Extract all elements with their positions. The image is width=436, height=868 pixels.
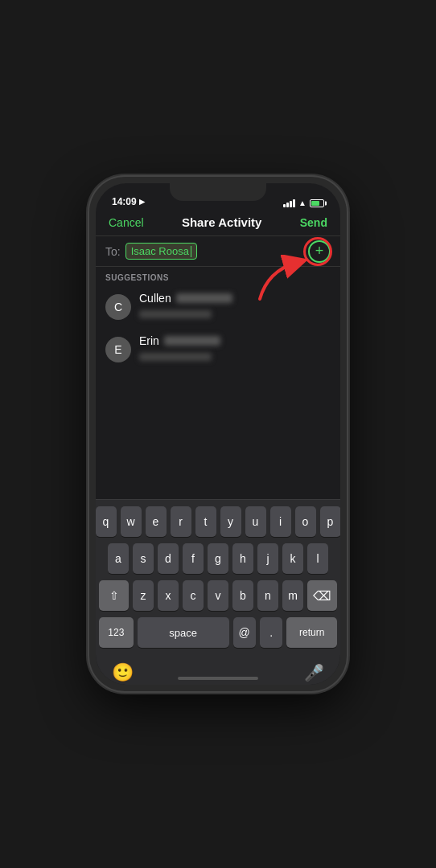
to-label: To: [105,245,121,258]
at-key[interactable]: @ [233,617,256,648]
key-n[interactable]: n [257,580,278,611]
suggestion-info-erin: Erin [139,334,220,364]
suggestion-item-cullen[interactable]: C Cullen [96,285,340,328]
key-m[interactable]: m [282,580,303,611]
blurred-surname-cullen [176,293,232,303]
keyboard-row-3: ⇧ z x c v b n m ⌫ [99,580,337,611]
keyboard: q w e r t y u i o p a s d f g h j [96,499,340,657]
keyboard-row-4: 123 space @ . return [99,617,337,648]
nav-bar: Cancel Share Activity Send [96,211,340,236]
key-u[interactable]: u [245,506,266,537]
bottom-bar: 🙂 🎤 [96,657,340,685]
recipient-chip: Isaac Roosa [125,243,198,260]
keyboard-row-2: a s d f g h j k l [99,543,337,574]
key-w[interactable]: w [121,506,142,537]
add-recipient-button[interactable]: + [308,240,331,263]
suggestion-sub-cullen [139,307,232,321]
emoji-button[interactable]: 🙂 [112,662,134,683]
key-h[interactable]: h [232,543,253,574]
suggestions-label: SUGGESTIONS [96,267,340,285]
key-k[interactable]: k [282,543,303,574]
key-p[interactable]: p [320,506,341,537]
suggestions-section: SUGGESTIONS C Cullen E Erin [96,267,340,371]
suggestion-sub-erin [139,350,220,364]
key-q[interactable]: q [96,506,117,537]
suggestion-name-erin: Erin [139,334,220,347]
key-l[interactable]: l [307,543,328,574]
time-display: 14:09 [112,196,137,207]
wifi-icon: ▲ [298,199,306,207]
return-key[interactable]: return [286,617,337,648]
key-v[interactable]: v [208,580,228,611]
suggestion-name-cullen: Cullen [139,292,232,305]
suggestion-item-erin[interactable]: E Erin [96,328,340,371]
to-field: To: Isaac Roosa + [96,236,340,267]
period-key[interactable]: . [260,617,282,648]
key-e[interactable]: e [146,506,167,537]
key-r[interactable]: r [171,506,191,537]
home-indicator [178,677,258,680]
key-z[interactable]: z [133,580,154,611]
key-x[interactable]: x [158,580,179,611]
cancel-button[interactable]: Cancel [109,216,144,229]
key-t[interactable]: t [195,506,216,537]
key-j[interactable]: j [257,543,278,574]
key-d[interactable]: d [158,543,179,574]
key-b[interactable]: b [232,580,253,611]
send-button[interactable]: Send [300,216,327,229]
avatar-cullen: C [105,294,131,320]
signal-icon [283,199,295,207]
phone-frame: 14:09 ▶ ▲ Cancel Share Activity Send [89,177,347,691]
space-key[interactable]: space [138,617,229,648]
blurred-detail-cullen [139,310,212,318]
key-y[interactable]: y [220,506,241,537]
key-o[interactable]: o [295,506,316,537]
key-c[interactable]: c [183,580,204,611]
notch [170,183,266,201]
location-icon: ▶ [139,198,145,206]
content-area [96,371,340,499]
blurred-detail-erin [139,353,212,361]
phone-screen: 14:09 ▶ ▲ Cancel Share Activity Send [96,183,340,685]
shift-key[interactable]: ⇧ [99,580,129,611]
blurred-surname-erin [164,336,220,346]
numbers-key[interactable]: 123 [99,617,134,648]
delete-key[interactable]: ⌫ [307,580,337,611]
keyboard-row-1: q w e r t y u i o p [99,506,337,537]
suggestion-info-cullen: Cullen [139,292,232,321]
text-cursor [191,246,192,257]
key-s[interactable]: s [133,543,154,574]
avatar-erin: E [105,337,131,362]
key-g[interactable]: g [208,543,228,574]
key-f[interactable]: f [183,543,204,574]
recipient-name: Isaac Roosa [131,245,189,257]
status-time: 14:09 ▶ [112,196,145,207]
battery-icon [310,199,324,207]
microphone-button[interactable]: 🎤 [304,663,324,682]
status-icons: ▲ [283,199,324,207]
key-i[interactable]: i [270,506,291,537]
page-title: Share Activity [182,215,262,229]
key-a[interactable]: a [108,543,129,574]
